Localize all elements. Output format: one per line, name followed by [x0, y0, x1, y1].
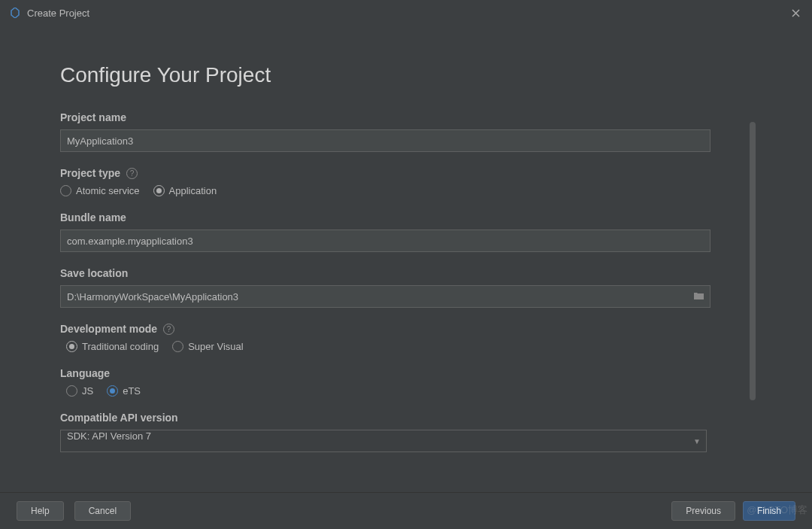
radio-atomic-service[interactable]: Atomic service [60, 185, 140, 196]
dev-mode-label: Development mode [60, 323, 157, 335]
save-location-label: Save location [60, 267, 752, 279]
project-name-label: Project name [60, 111, 752, 123]
app-icon [9, 7, 21, 19]
radio-ets[interactable]: eTS [107, 385, 141, 397]
api-version-label: Compatible API version [60, 412, 752, 424]
save-location-input[interactable] [60, 285, 710, 308]
project-name-group: Project name [60, 111, 752, 152]
folder-icon[interactable] [693, 290, 704, 303]
radio-application[interactable]: Application [153, 185, 217, 196]
api-version-select[interactable]: SDK: API Version 7 [60, 430, 707, 452]
close-icon[interactable] [788, 5, 803, 20]
radio-icon [172, 341, 183, 352]
bundle-name-input[interactable] [60, 230, 710, 252]
radio-icon [153, 185, 165, 196]
dev-mode-group: Development mode ? Traditional coding Su… [60, 323, 752, 352]
radio-traditional-coding[interactable]: Traditional coding [66, 341, 159, 352]
project-type-label: Project type [60, 167, 120, 179]
cancel-button[interactable]: Cancel [74, 501, 131, 521]
finish-button[interactable]: Finish [743, 501, 795, 521]
main-content: Configure Your Project Project name Proj… [0, 26, 812, 492]
titlebar: Create Project [0, 0, 812, 26]
footer: Help Cancel Previous Finish [0, 492, 812, 529]
radio-icon [66, 385, 77, 397]
help-icon[interactable]: ? [126, 168, 138, 179]
scrollbar-thumb[interactable] [750, 122, 756, 400]
project-name-input[interactable] [60, 129, 710, 152]
radio-super-visual[interactable]: Super Visual [172, 341, 243, 352]
radio-icon [107, 385, 118, 397]
radio-js[interactable]: JS [66, 385, 93, 397]
api-version-group: Compatible API version SDK: API Version … [60, 412, 752, 452]
save-location-group: Save location [60, 267, 752, 308]
help-button[interactable]: Help [17, 501, 64, 521]
radio-label: Traditional coding [82, 341, 159, 352]
window-title: Create Project [27, 8, 89, 19]
radio-label: Application [169, 185, 217, 196]
radio-icon [66, 341, 77, 352]
select-value: SDK: API Version 7 [67, 430, 151, 442]
bundle-name-group: Bundle name [60, 211, 752, 252]
language-label: Language [60, 367, 752, 379]
language-group: Language JS eTS [60, 367, 752, 397]
scrollbar[interactable] [749, 122, 756, 445]
radio-label: eTS [123, 385, 141, 397]
radio-label: Super Visual [188, 341, 243, 352]
help-icon[interactable]: ? [163, 324, 174, 335]
page-title: Configure Your Project [60, 63, 752, 87]
radio-icon [60, 185, 71, 196]
radio-label: JS [82, 385, 93, 397]
bundle-name-label: Bundle name [60, 211, 752, 223]
project-type-group: Project type ? Atomic service Applicatio… [60, 167, 752, 196]
radio-label: Atomic service [76, 185, 140, 196]
previous-button[interactable]: Previous [671, 501, 735, 521]
